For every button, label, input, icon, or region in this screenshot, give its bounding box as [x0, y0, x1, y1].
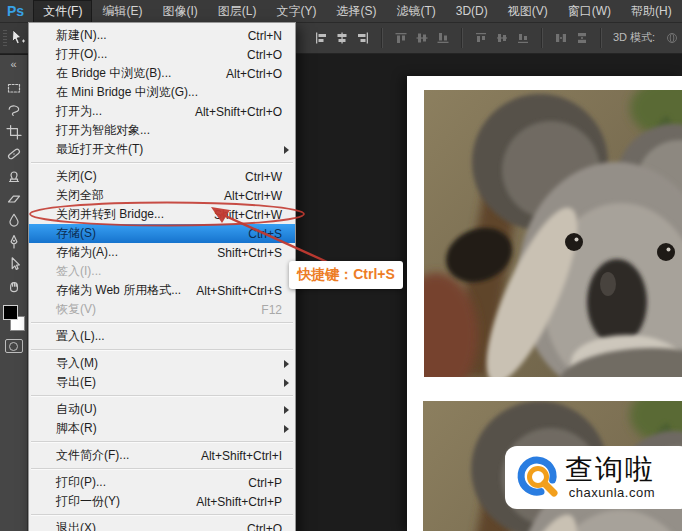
- menubar-item-filter[interactable]: 滤镜(T): [386, 0, 445, 23]
- menu-item-label: 打开为智能对象...: [29, 122, 295, 139]
- wm-handle: [545, 483, 555, 493]
- menu-item-shortcut: Alt+Shift+Ctrl+S: [196, 284, 295, 298]
- menu-item-shortcut: Ctrl+W: [245, 170, 295, 184]
- menu-item-print-one-copy[interactable]: 打印一份(Y)Alt+Shift+Ctrl+P: [29, 492, 295, 511]
- direct-selection-tool[interactable]: [0, 253, 27, 275]
- submenu-arrow-icon: [284, 406, 289, 414]
- color-swatches[interactable]: [2, 305, 26, 331]
- 3d-mode-label: 3D 模式:: [613, 30, 655, 45]
- options-bar-grip[interactable]: [3, 30, 7, 46]
- menu-separator: [31, 441, 293, 443]
- menu-item-shortcut: Ctrl+S: [248, 227, 295, 241]
- menu-item-close-all[interactable]: 关闭全部Alt+Ctrl+W: [29, 186, 295, 205]
- menubar-item-type[interactable]: 文字(Y): [266, 0, 326, 23]
- options-separator: [381, 28, 383, 48]
- menu-item-revert[interactable]: 恢复(V)F12: [29, 300, 295, 319]
- menu-item-label: 存储(S): [29, 225, 248, 242]
- menu-item-save-for-web[interactable]: 存储为 Web 所用格式...Alt+Shift+Ctrl+S: [29, 281, 295, 300]
- rect-marquee-tool[interactable]: [0, 77, 27, 99]
- menubar-item-file[interactable]: 文件(F): [33, 0, 92, 23]
- menubar-item-select[interactable]: 选择(S): [326, 0, 386, 23]
- menu-item-open[interactable]: 打开(O)...Ctrl+O: [29, 45, 295, 64]
- menu-item-browse-in-mini-bridge[interactable]: 在 Mini Bridge 中浏览(G)...: [29, 83, 295, 102]
- menubar-item-window[interactable]: 窗口(W): [558, 0, 621, 23]
- menu-item-open-as-smart-object[interactable]: 打开为智能对象...: [29, 121, 295, 140]
- magnifier-logo-icon: [513, 452, 561, 504]
- blur-tool[interactable]: [0, 209, 27, 231]
- menu-item-scripts[interactable]: 脚本(R): [29, 419, 295, 438]
- healing-brush-tool[interactable]: [0, 143, 27, 165]
- menu-item-label: 置入(L)...: [29, 328, 295, 345]
- menubar-item-3d[interactable]: 3D(D): [446, 1, 498, 21]
- collapse-panel-button[interactable]: «: [0, 59, 27, 69]
- menu-item-label: 最近打开文件(T): [29, 141, 295, 158]
- crop-tool[interactable]: [0, 121, 27, 143]
- align-left-edges-icon[interactable]: [313, 30, 329, 46]
- align-right-edges-icon[interactable]: [355, 30, 371, 46]
- pen-tool[interactable]: [0, 231, 27, 253]
- menubar-item-edit[interactable]: 编辑(E): [92, 0, 152, 23]
- menu-item-shortcut: Ctrl+P: [248, 476, 295, 490]
- menu-item-new[interactable]: 新建(N)...Ctrl+N: [29, 26, 295, 45]
- foreground-color-swatch[interactable]: [3, 305, 18, 320]
- menu-item-label: 自动(U): [29, 401, 295, 418]
- menubar-item-image[interactable]: 图像(I): [152, 0, 207, 23]
- menu-item-exit[interactable]: 退出(X)Ctrl+Q: [29, 519, 295, 531]
- distribute-vertical-icon[interactable]: [574, 30, 590, 46]
- menubar-item-help[interactable]: 帮助(H): [621, 0, 682, 23]
- options-bar-groups: 3D 模式:: [306, 28, 682, 48]
- menu-separator: [31, 468, 293, 470]
- photoshop-window: 查询啦 chaxunla.com Ps 文件(F)编辑(E)图像(I)图层(L)…: [0, 0, 682, 531]
- menu-separator: [31, 514, 293, 516]
- menu-item-label: 打印(P)...: [29, 474, 248, 491]
- menu-item-shortcut: Shift+Ctrl+W: [214, 208, 295, 222]
- menu-item-label: 打印一份(Y): [29, 493, 196, 510]
- menubar: Ps 文件(F)编辑(E)图像(I)图层(L)文字(Y)选择(S)滤镜(T)3D…: [0, 0, 682, 23]
- menu-item-shortcut: Alt+Ctrl+W: [224, 189, 295, 203]
- menu-item-label: 存储为 Web 所用格式...: [29, 282, 196, 299]
- distribute-horizontal-icon[interactable]: [553, 30, 569, 46]
- menu-item-export[interactable]: 导出(E): [29, 373, 295, 392]
- options-separator: [541, 28, 543, 48]
- 3d-rotate-icon[interactable]: [664, 30, 680, 46]
- align-top-edges-icon[interactable]: [393, 30, 409, 46]
- options-group-align-horizontal: [306, 30, 378, 46]
- menu-item-close[interactable]: 关闭(C)Ctrl+W: [29, 167, 295, 186]
- menu-item-shortcut: Ctrl+O: [247, 48, 295, 62]
- menu-item-close-and-go-to-bridge[interactable]: 关闭并转到 Bridge...Shift+Ctrl+W: [29, 205, 295, 224]
- menu-separator: [31, 349, 293, 351]
- submenu-arrow-icon: [284, 360, 289, 368]
- menu-item-label: 在 Mini Bridge 中浏览(G)...: [29, 84, 295, 101]
- menu-item-open-recent[interactable]: 最近打开文件(T): [29, 140, 295, 159]
- distribute-bottom-edges-icon[interactable]: [515, 30, 531, 46]
- clone-stamp-tool[interactable]: [0, 165, 27, 187]
- menu-item-file-info[interactable]: 文件简介(F)...Alt+Shift+Ctrl+I: [29, 446, 295, 465]
- menubar-item-view[interactable]: 视图(V): [498, 0, 558, 23]
- menu-item-open-as[interactable]: 打开为...Alt+Shift+Ctrl+O: [29, 102, 295, 121]
- menu-item-save[interactable]: 存储(S)Ctrl+S: [29, 224, 295, 243]
- eraser-tool[interactable]: [0, 187, 27, 209]
- menu-separator: [31, 162, 293, 164]
- menu-item-label: 存储为(A)...: [29, 244, 217, 261]
- menu-item-save-as[interactable]: 存储为(A)...Shift+Ctrl+S: [29, 243, 295, 262]
- photoshop-logo: Ps: [0, 3, 33, 19]
- options-group-3d-modes: [657, 30, 682, 46]
- align-vertical-centers-icon[interactable]: [414, 30, 430, 46]
- align-horizontal-centers-icon[interactable]: [334, 30, 350, 46]
- menu-item-place[interactable]: 置入(L)...: [29, 327, 295, 346]
- menubar-item-layer[interactable]: 图层(L): [208, 0, 267, 23]
- align-bottom-edges-icon[interactable]: [435, 30, 451, 46]
- menu-item-import[interactable]: 导入(M): [29, 354, 295, 373]
- distribute-vertical-centers-icon[interactable]: [494, 30, 510, 46]
- distribute-top-edges-icon[interactable]: [473, 30, 489, 46]
- menu-item-check-in[interactable]: 签入(I)...: [29, 262, 295, 281]
- menu-item-print[interactable]: 打印(P)...Ctrl+P: [29, 473, 295, 492]
- menu-item-automate[interactable]: 自动(U): [29, 400, 295, 419]
- submenu-arrow-icon: [284, 425, 289, 433]
- menu-item-browse-in-bridge[interactable]: 在 Bridge 中浏览(B)...Alt+Ctrl+O: [29, 64, 295, 83]
- lasso-tool[interactable]: [0, 99, 27, 121]
- quick-mask-icon[interactable]: [5, 339, 23, 353]
- menu-item-shortcut: Alt+Ctrl+O: [226, 67, 295, 81]
- menu-item-label: 退出(X): [29, 520, 247, 531]
- hand-tool[interactable]: [0, 275, 27, 297]
